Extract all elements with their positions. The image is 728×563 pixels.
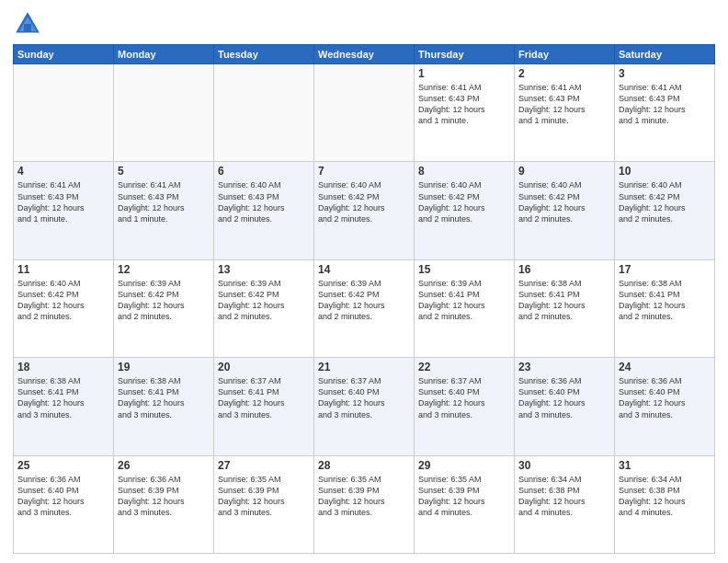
- calendar-cell: 9Sunrise: 6:40 AM Sunset: 6:42 PM Daylig…: [515, 162, 615, 259]
- weekday-header-saturday: Saturday: [615, 45, 715, 64]
- day-number: 27: [218, 459, 310, 472]
- calendar-cell: 14Sunrise: 6:39 AM Sunset: 6:42 PM Dayli…: [314, 259, 415, 357]
- calendar-cell: 2Sunrise: 6:41 AM Sunset: 6:43 PM Daylig…: [515, 64, 615, 162]
- day-info: Sunrise: 6:36 AM Sunset: 6:40 PM Dayligh…: [619, 375, 711, 420]
- calendar-cell: 1Sunrise: 6:41 AM Sunset: 6:43 PM Daylig…: [415, 64, 515, 162]
- day-number: 14: [318, 263, 410, 276]
- day-number: 21: [318, 361, 410, 373]
- calendar-cell: 3Sunrise: 6:41 AM Sunset: 6:43 PM Daylig…: [615, 64, 715, 162]
- calendar-cell: [14, 64, 114, 162]
- calendar-cell: [114, 64, 214, 162]
- day-info: Sunrise: 6:34 AM Sunset: 6:38 PM Dayligh…: [518, 474, 610, 519]
- day-number: 30: [518, 459, 610, 472]
- weekday-header-thursday: Thursday: [415, 45, 515, 64]
- calendar-cell: 6Sunrise: 6:40 AM Sunset: 6:43 PM Daylig…: [214, 162, 314, 259]
- day-number: 22: [418, 361, 510, 373]
- day-number: 4: [17, 165, 109, 178]
- calendar-cell: 11Sunrise: 6:40 AM Sunset: 6:42 PM Dayli…: [14, 259, 114, 357]
- day-number: 17: [619, 263, 711, 276]
- page: SundayMondayTuesdayWednesdayThursdayFrid…: [0, 0, 728, 563]
- calendar-cell: 22Sunrise: 6:37 AM Sunset: 6:40 PM Dayli…: [415, 358, 515, 455]
- day-number: 3: [619, 67, 711, 80]
- day-number: 29: [418, 459, 510, 472]
- day-number: 23: [518, 361, 610, 373]
- calendar-week-row: 1Sunrise: 6:41 AM Sunset: 6:43 PM Daylig…: [14, 64, 715, 162]
- weekday-header-monday: Monday: [114, 45, 214, 64]
- calendar-cell: [214, 64, 314, 162]
- logo-icon: [13, 9, 42, 39]
- calendar-cell: 13Sunrise: 6:39 AM Sunset: 6:42 PM Dayli…: [214, 259, 314, 357]
- logo: [13, 9, 46, 39]
- day-info: Sunrise: 6:41 AM Sunset: 6:43 PM Dayligh…: [619, 82, 711, 127]
- calendar-cell: 26Sunrise: 6:36 AM Sunset: 6:39 PM Dayli…: [114, 455, 214, 553]
- day-number: 16: [518, 263, 610, 276]
- day-number: 10: [619, 165, 711, 178]
- calendar-cell: 4Sunrise: 6:41 AM Sunset: 6:43 PM Daylig…: [14, 162, 114, 259]
- calendar-cell: 10Sunrise: 6:40 AM Sunset: 6:42 PM Dayli…: [615, 162, 715, 259]
- day-info: Sunrise: 6:35 AM Sunset: 6:39 PM Dayligh…: [218, 474, 310, 519]
- calendar-cell: 31Sunrise: 6:34 AM Sunset: 6:38 PM Dayli…: [615, 455, 715, 553]
- day-number: 9: [518, 165, 610, 178]
- calendar-cell: 8Sunrise: 6:40 AM Sunset: 6:42 PM Daylig…: [415, 162, 515, 259]
- day-info: Sunrise: 6:41 AM Sunset: 6:43 PM Dayligh…: [118, 179, 210, 224]
- calendar-cell: 15Sunrise: 6:39 AM Sunset: 6:41 PM Dayli…: [415, 259, 515, 357]
- day-number: 13: [218, 263, 310, 276]
- header: [13, 9, 715, 39]
- calendar-cell: 28Sunrise: 6:35 AM Sunset: 6:39 PM Dayli…: [314, 455, 415, 553]
- day-number: 5: [118, 165, 210, 178]
- calendar-cell: 27Sunrise: 6:35 AM Sunset: 6:39 PM Dayli…: [214, 455, 314, 553]
- day-number: 18: [17, 361, 109, 373]
- day-info: Sunrise: 6:35 AM Sunset: 6:39 PM Dayligh…: [318, 474, 410, 519]
- calendar-cell: 16Sunrise: 6:38 AM Sunset: 6:41 PM Dayli…: [515, 259, 615, 357]
- weekday-header-friday: Friday: [515, 45, 615, 64]
- day-info: Sunrise: 6:40 AM Sunset: 6:42 PM Dayligh…: [17, 278, 109, 323]
- day-info: Sunrise: 6:37 AM Sunset: 6:40 PM Dayligh…: [418, 375, 510, 420]
- calendar-cell: 24Sunrise: 6:36 AM Sunset: 6:40 PM Dayli…: [615, 358, 715, 455]
- day-number: 2: [518, 67, 610, 80]
- calendar-week-row: 18Sunrise: 6:38 AM Sunset: 6:41 PM Dayli…: [14, 358, 715, 455]
- calendar-cell: 18Sunrise: 6:38 AM Sunset: 6:41 PM Dayli…: [14, 358, 114, 455]
- day-number: 25: [17, 459, 109, 472]
- day-info: Sunrise: 6:41 AM Sunset: 6:43 PM Dayligh…: [17, 179, 109, 224]
- day-number: 7: [318, 165, 410, 178]
- day-number: 20: [218, 361, 310, 373]
- calendar-table: SundayMondayTuesdayWednesdayThursdayFrid…: [13, 44, 715, 554]
- calendar-cell: 12Sunrise: 6:39 AM Sunset: 6:42 PM Dayli…: [114, 259, 214, 357]
- weekday-header-sunday: Sunday: [14, 45, 114, 64]
- day-number: 12: [118, 263, 210, 276]
- day-info: Sunrise: 6:39 AM Sunset: 6:42 PM Dayligh…: [218, 278, 310, 323]
- calendar-cell: 20Sunrise: 6:37 AM Sunset: 6:41 PM Dayli…: [214, 358, 314, 455]
- day-info: Sunrise: 6:36 AM Sunset: 6:39 PM Dayligh…: [118, 474, 210, 519]
- calendar-cell: 29Sunrise: 6:35 AM Sunset: 6:39 PM Dayli…: [415, 455, 515, 553]
- day-number: 28: [318, 459, 410, 472]
- calendar-week-row: 4Sunrise: 6:41 AM Sunset: 6:43 PM Daylig…: [14, 162, 715, 259]
- calendar-cell: 23Sunrise: 6:36 AM Sunset: 6:40 PM Dayli…: [515, 358, 615, 455]
- calendar-cell: 19Sunrise: 6:38 AM Sunset: 6:41 PM Dayli…: [114, 358, 214, 455]
- calendar-week-row: 25Sunrise: 6:36 AM Sunset: 6:40 PM Dayli…: [14, 455, 715, 553]
- day-number: 19: [118, 361, 210, 373]
- calendar-week-row: 11Sunrise: 6:40 AM Sunset: 6:42 PM Dayli…: [14, 259, 715, 357]
- day-info: Sunrise: 6:38 AM Sunset: 6:41 PM Dayligh…: [17, 375, 109, 420]
- day-number: 26: [118, 459, 210, 472]
- day-info: Sunrise: 6:37 AM Sunset: 6:41 PM Dayligh…: [218, 375, 310, 420]
- calendar-cell: 5Sunrise: 6:41 AM Sunset: 6:43 PM Daylig…: [114, 162, 214, 259]
- day-info: Sunrise: 6:36 AM Sunset: 6:40 PM Dayligh…: [17, 474, 109, 519]
- calendar-cell: 21Sunrise: 6:37 AM Sunset: 6:40 PM Dayli…: [314, 358, 415, 455]
- day-info: Sunrise: 6:34 AM Sunset: 6:38 PM Dayligh…: [619, 474, 711, 519]
- calendar-cell: 17Sunrise: 6:38 AM Sunset: 6:41 PM Dayli…: [615, 259, 715, 357]
- calendar-cell: [314, 64, 415, 162]
- calendar-cell: 25Sunrise: 6:36 AM Sunset: 6:40 PM Dayli…: [14, 455, 114, 553]
- day-info: Sunrise: 6:40 AM Sunset: 6:42 PM Dayligh…: [318, 179, 410, 224]
- weekday-header-row: SundayMondayTuesdayWednesdayThursdayFrid…: [14, 45, 715, 64]
- calendar-cell: 30Sunrise: 6:34 AM Sunset: 6:38 PM Dayli…: [515, 455, 615, 553]
- day-info: Sunrise: 6:39 AM Sunset: 6:42 PM Dayligh…: [318, 278, 410, 323]
- day-info: Sunrise: 6:36 AM Sunset: 6:40 PM Dayligh…: [518, 375, 610, 420]
- day-number: 1: [418, 67, 510, 80]
- day-info: Sunrise: 6:39 AM Sunset: 6:41 PM Dayligh…: [418, 278, 510, 323]
- day-info: Sunrise: 6:41 AM Sunset: 6:43 PM Dayligh…: [518, 82, 610, 127]
- day-number: 31: [619, 459, 711, 472]
- day-number: 6: [218, 165, 310, 178]
- day-info: Sunrise: 6:40 AM Sunset: 6:42 PM Dayligh…: [418, 179, 510, 224]
- day-info: Sunrise: 6:35 AM Sunset: 6:39 PM Dayligh…: [418, 474, 510, 519]
- day-number: 15: [418, 263, 510, 276]
